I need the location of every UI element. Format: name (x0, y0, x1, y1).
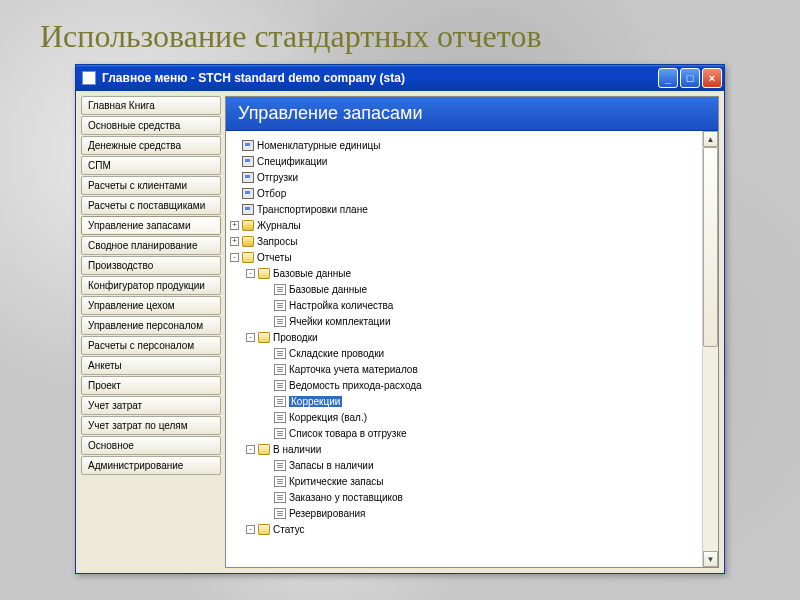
sidebar-item[interactable]: Анкеты (81, 356, 221, 375)
doc-icon (274, 508, 286, 519)
tree-node[interactable]: Запасы в наличии (230, 457, 698, 473)
tree-node[interactable]: Ведомость прихода-расхода (230, 377, 698, 393)
folder-open-icon (258, 268, 270, 279)
tree-node-label: Журналы (257, 220, 301, 231)
tree-node[interactable]: Складские проводки (230, 345, 698, 361)
tree-node[interactable]: Список товара в отгрузке (230, 425, 698, 441)
folder-icon (242, 220, 254, 231)
doc-icon (274, 396, 286, 407)
tree-node-label: Коррекции (289, 396, 342, 407)
doc-icon (274, 300, 286, 311)
app-icon (82, 71, 96, 85)
tree-node-label: Отчеты (257, 252, 292, 263)
sidebar-item[interactable]: Главная Книга (81, 96, 221, 115)
tree-node[interactable]: Базовые данные (230, 281, 698, 297)
folder-open-icon (258, 524, 270, 535)
tree-node[interactable]: Заказано у поставщиков (230, 489, 698, 505)
tree-node[interactable]: +Журналы (230, 217, 698, 233)
scroll-thumb[interactable] (703, 147, 718, 347)
scroll-up-button[interactable]: ▲ (703, 131, 718, 147)
tree-node[interactable]: Номенклатурные единицы (230, 137, 698, 153)
titlebar[interactable]: Главное меню - STCH standard demo compan… (76, 65, 724, 91)
tree-node[interactable]: Резервирования (230, 505, 698, 521)
tree-node-label: В наличии (273, 444, 321, 455)
doc-icon (274, 412, 286, 423)
sidebar-item[interactable]: Учет затрат (81, 396, 221, 415)
tree[interactable]: Номенклатурные единицыСпецификацииОтгруз… (226, 131, 702, 567)
sidebar-item[interactable]: Основные средства (81, 116, 221, 135)
tree-node-label: Запасы в наличии (289, 460, 374, 471)
form-icon (242, 156, 254, 167)
tree-node-label: Коррекция (вал.) (289, 412, 367, 423)
maximize-button[interactable]: □ (680, 68, 700, 88)
tree-node-label: Ведомость прихода-расхода (289, 380, 422, 391)
form-icon (242, 140, 254, 151)
tree-node[interactable]: Настройка количества (230, 297, 698, 313)
tree-node[interactable]: Спецификации (230, 153, 698, 169)
sidebar-item[interactable]: Учет затрат по целям (81, 416, 221, 435)
collapse-icon[interactable]: - (246, 269, 255, 278)
doc-icon (274, 316, 286, 327)
sidebar-item[interactable]: Управление цехом (81, 296, 221, 315)
tree-node-label: Складские проводки (289, 348, 384, 359)
tree-node[interactable]: Транспортировки плане (230, 201, 698, 217)
sidebar-item[interactable]: Денежные средства (81, 136, 221, 155)
sidebar-item[interactable]: Управление запасами (81, 216, 221, 235)
vertical-scrollbar[interactable]: ▲ ▼ (702, 131, 718, 567)
folder-open-icon (242, 252, 254, 263)
doc-icon (274, 364, 286, 375)
tree-node-label: Транспортировки плане (257, 204, 368, 215)
tree-node[interactable]: -Статус (230, 521, 698, 537)
tree-node[interactable]: Карточка учета материалов (230, 361, 698, 377)
content-header: Управление запасами (226, 97, 718, 131)
sidebar-item[interactable]: Сводное планирование (81, 236, 221, 255)
tree-node-label: Отгрузки (257, 172, 298, 183)
tree-node-label: Отбор (257, 188, 286, 199)
sidebar-item[interactable]: Расчеты с персоналом (81, 336, 221, 355)
expand-icon[interactable]: + (230, 237, 239, 246)
tree-node-label: Критические запасы (289, 476, 384, 487)
sidebar-item[interactable]: Расчеты с клиентами (81, 176, 221, 195)
tree-node[interactable]: +Запросы (230, 233, 698, 249)
folder-open-icon (258, 332, 270, 343)
tree-node[interactable]: Отгрузки (230, 169, 698, 185)
tree-node[interactable]: -Отчеты (230, 249, 698, 265)
sidebar-item[interactable]: Управление персоналом (81, 316, 221, 335)
tree-node-label: Резервирования (289, 508, 365, 519)
sidebar-item[interactable]: Основное (81, 436, 221, 455)
tree-node[interactable]: Коррекция (вал.) (230, 409, 698, 425)
tree-node-label: Проводки (273, 332, 318, 343)
tree-node-label: Ячейки комплектации (289, 316, 390, 327)
form-icon (242, 172, 254, 183)
tree-node-label: Заказано у поставщиков (289, 492, 403, 503)
tree-node[interactable]: -В наличии (230, 441, 698, 457)
sidebar-item[interactable]: Администрирование (81, 456, 221, 475)
collapse-icon[interactable]: - (246, 525, 255, 534)
doc-icon (274, 476, 286, 487)
app-window: Главное меню - STCH standard demo compan… (75, 64, 725, 574)
form-icon (242, 188, 254, 199)
sidebar-item[interactable]: Производство (81, 256, 221, 275)
doc-icon (274, 380, 286, 391)
tree-node[interactable]: -Базовые данные (230, 265, 698, 281)
sidebar-item[interactable]: Конфигуратор продукции (81, 276, 221, 295)
collapse-icon[interactable]: - (246, 445, 255, 454)
expand-icon[interactable]: + (230, 221, 239, 230)
scroll-track[interactable] (703, 147, 718, 551)
tree-node[interactable]: -Проводки (230, 329, 698, 345)
form-icon (242, 204, 254, 215)
collapse-icon[interactable]: - (230, 253, 239, 262)
scroll-down-button[interactable]: ▼ (703, 551, 718, 567)
close-button[interactable]: × (702, 68, 722, 88)
collapse-icon[interactable]: - (246, 333, 255, 342)
tree-node[interactable]: Отбор (230, 185, 698, 201)
sidebar-item[interactable]: Расчеты с поставщиками (81, 196, 221, 215)
sidebar-item[interactable]: Проект (81, 376, 221, 395)
folder-open-icon (258, 444, 270, 455)
sidebar-item[interactable]: СПМ (81, 156, 221, 175)
tree-node[interactable]: Ячейки комплектации (230, 313, 698, 329)
tree-node-label: Спецификации (257, 156, 327, 167)
tree-node[interactable]: Коррекции (230, 393, 698, 409)
minimize-button[interactable]: _ (658, 68, 678, 88)
tree-node[interactable]: Критические запасы (230, 473, 698, 489)
